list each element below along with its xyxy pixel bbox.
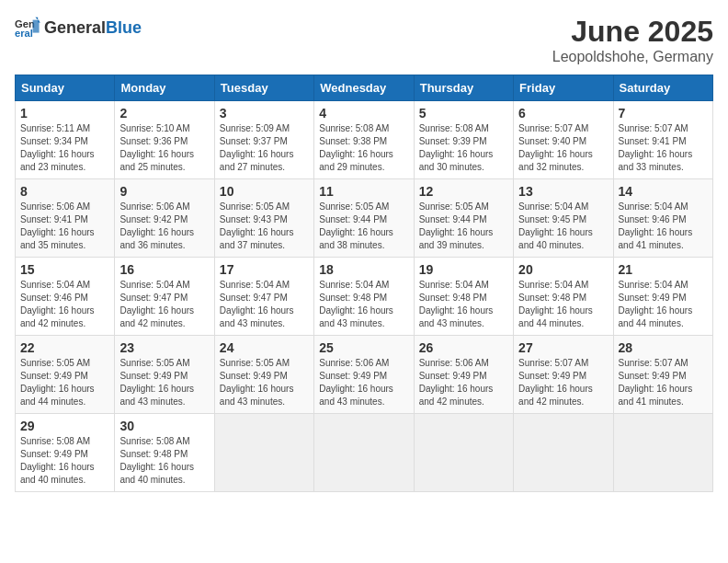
day-info: Sunrise: 5:11 AMSunset: 9:34 PMDaylight:… [20,122,109,174]
day-number: 4 [319,106,408,121]
logo-general: General [44,18,106,38]
col-monday: Monday [115,75,214,101]
day-number: 7 [619,106,708,121]
day-info: Sunrise: 5:06 AMSunset: 9:41 PMDaylight:… [20,201,109,252]
day-number: 15 [20,262,109,277]
col-friday: Friday [514,75,613,101]
calendar-table: Sunday Monday Tuesday Wednesday Thursday… [15,75,713,492]
day-info: Sunrise: 5:04 AMSunset: 9:48 PMDaylight:… [419,279,508,330]
logo-icon: Gen eral [15,15,40,40]
col-saturday: Saturday [613,75,712,101]
day-info: Sunrise: 5:04 AMSunset: 9:47 PMDaylight:… [119,279,209,330]
day-info: Sunrise: 5:08 AMSunset: 9:38 PMDaylight:… [319,122,408,174]
logo-blue: Blue [106,18,142,38]
day-number: 19 [419,262,508,277]
header-row: Sunday Monday Tuesday Wednesday Thursday… [16,75,713,101]
day-number: 23 [119,340,209,355]
header: Gen eral GeneralBlue June 2025 Leopoldsh… [15,15,713,65]
table-row: 28Sunrise: 5:07 AMSunset: 9:49 PMDayligh… [613,336,712,414]
day-info: Sunrise: 5:04 AMSunset: 9:45 PMDaylight:… [518,201,608,252]
table-row: 23Sunrise: 5:05 AMSunset: 9:49 PMDayligh… [115,336,214,414]
day-info: Sunrise: 5:06 AMSunset: 9:49 PMDaylight:… [419,357,508,408]
table-row: 14Sunrise: 5:04 AMSunset: 9:46 PMDayligh… [613,179,712,258]
table-row: 26Sunrise: 5:06 AMSunset: 9:49 PMDayligh… [414,336,513,414]
day-info: Sunrise: 5:09 AMSunset: 9:37 PMDaylight:… [220,122,309,174]
day-info: Sunrise: 5:07 AMSunset: 9:41 PMDaylight:… [619,122,708,174]
day-number: 3 [220,106,309,121]
table-row [514,414,613,492]
day-info: Sunrise: 5:10 AMSunset: 9:36 PMDaylight:… [119,122,209,174]
title-area: June 2025 Leopoldshohe, Germany [552,15,713,65]
table-row: 19Sunrise: 5:04 AMSunset: 9:48 PMDayligh… [414,258,513,336]
logo: Gen eral GeneralBlue [15,15,142,40]
day-number: 12 [419,184,508,199]
day-number: 28 [619,340,708,355]
day-info: Sunrise: 5:04 AMSunset: 9:46 PMDaylight:… [619,201,708,252]
day-number: 2 [119,106,209,121]
day-info: Sunrise: 5:04 AMSunset: 9:49 PMDaylight:… [619,279,708,330]
calendar-week-2: 8Sunrise: 5:06 AMSunset: 9:41 PMDaylight… [16,179,713,258]
day-info: Sunrise: 5:07 AMSunset: 9:49 PMDaylight:… [518,357,608,408]
table-row: 16Sunrise: 5:04 AMSunset: 9:47 PMDayligh… [115,258,214,336]
table-row: 12Sunrise: 5:05 AMSunset: 9:44 PMDayligh… [414,179,513,258]
day-info: Sunrise: 5:06 AMSunset: 9:42 PMDaylight:… [119,201,209,252]
day-info: Sunrise: 5:05 AMSunset: 9:49 PMDaylight:… [119,357,209,408]
table-row: 11Sunrise: 5:05 AMSunset: 9:44 PMDayligh… [314,179,414,258]
day-number: 6 [518,106,608,121]
table-row: 6Sunrise: 5:07 AMSunset: 9:40 PMDaylight… [514,101,613,179]
day-info: Sunrise: 5:06 AMSunset: 9:49 PMDaylight:… [319,357,408,408]
table-row: 5Sunrise: 5:08 AMSunset: 9:39 PMDaylight… [414,101,513,179]
table-row [214,414,313,492]
day-info: Sunrise: 5:04 AMSunset: 9:47 PMDaylight:… [220,279,309,330]
table-row [414,414,513,492]
day-number: 13 [518,184,608,199]
day-info: Sunrise: 5:05 AMSunset: 9:44 PMDaylight:… [319,201,408,252]
table-row: 29Sunrise: 5:08 AMSunset: 9:49 PMDayligh… [16,414,115,492]
month-title: June 2025 [552,15,713,49]
day-number: 27 [518,340,608,355]
table-row: 20Sunrise: 5:04 AMSunset: 9:48 PMDayligh… [514,258,613,336]
col-sunday: Sunday [16,75,115,101]
table-row: 17Sunrise: 5:04 AMSunset: 9:47 PMDayligh… [214,258,313,336]
table-row: 25Sunrise: 5:06 AMSunset: 9:49 PMDayligh… [314,336,414,414]
calendar-week-4: 22Sunrise: 5:05 AMSunset: 9:49 PMDayligh… [16,336,713,414]
table-row: 13Sunrise: 5:04 AMSunset: 9:45 PMDayligh… [514,179,613,258]
table-row: 15Sunrise: 5:04 AMSunset: 9:46 PMDayligh… [16,258,115,336]
day-info: Sunrise: 5:04 AMSunset: 9:46 PMDaylight:… [20,279,109,330]
day-number: 21 [619,262,708,277]
day-number: 25 [319,340,408,355]
table-row: 4Sunrise: 5:08 AMSunset: 9:38 PMDaylight… [314,101,414,179]
col-tuesday: Tuesday [214,75,313,101]
day-info: Sunrise: 5:04 AMSunset: 9:48 PMDaylight:… [518,279,608,330]
table-row: 21Sunrise: 5:04 AMSunset: 9:49 PMDayligh… [613,258,712,336]
day-info: Sunrise: 5:05 AMSunset: 9:49 PMDaylight:… [220,357,309,408]
calendar-week-5: 29Sunrise: 5:08 AMSunset: 9:49 PMDayligh… [16,414,713,492]
day-number: 16 [119,262,209,277]
calendar-week-3: 15Sunrise: 5:04 AMSunset: 9:46 PMDayligh… [16,258,713,336]
day-info: Sunrise: 5:04 AMSunset: 9:48 PMDaylight:… [319,279,408,330]
table-row: 27Sunrise: 5:07 AMSunset: 9:49 PMDayligh… [514,336,613,414]
location-title: Leopoldshohe, Germany [552,49,713,65]
table-row: 10Sunrise: 5:05 AMSunset: 9:43 PMDayligh… [214,179,313,258]
day-info: Sunrise: 5:07 AMSunset: 9:40 PMDaylight:… [518,122,608,174]
col-thursday: Thursday [414,75,513,101]
day-info: Sunrise: 5:08 AMSunset: 9:48 PMDaylight:… [119,435,209,487]
table-row: 22Sunrise: 5:05 AMSunset: 9:49 PMDayligh… [16,336,115,414]
day-number: 1 [20,106,109,121]
table-row: 1Sunrise: 5:11 AMSunset: 9:34 PMDaylight… [16,101,115,179]
table-row: 3Sunrise: 5:09 AMSunset: 9:37 PMDaylight… [214,101,313,179]
day-number: 29 [20,419,109,433]
table-row: 18Sunrise: 5:04 AMSunset: 9:48 PMDayligh… [314,258,414,336]
day-info: Sunrise: 5:08 AMSunset: 9:39 PMDaylight:… [419,122,508,174]
table-row: 24Sunrise: 5:05 AMSunset: 9:49 PMDayligh… [214,336,313,414]
table-row [613,414,712,492]
day-number: 11 [319,184,408,199]
table-row: 2Sunrise: 5:10 AMSunset: 9:36 PMDaylight… [115,101,214,179]
day-info: Sunrise: 5:08 AMSunset: 9:49 PMDaylight:… [20,435,109,487]
day-number: 14 [619,184,708,199]
day-number: 22 [20,340,109,355]
calendar-week-1: 1Sunrise: 5:11 AMSunset: 9:34 PMDaylight… [16,101,713,179]
day-number: 9 [119,184,209,199]
day-info: Sunrise: 5:07 AMSunset: 9:49 PMDaylight:… [619,357,708,408]
day-info: Sunrise: 5:05 AMSunset: 9:49 PMDaylight:… [20,357,109,408]
